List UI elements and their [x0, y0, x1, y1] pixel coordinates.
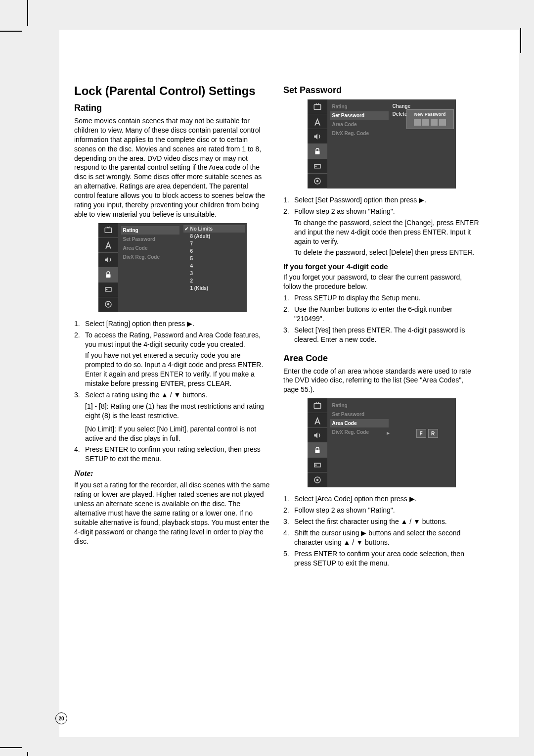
osd-menu-rating: Rating — [330, 102, 389, 111]
page-title: Lock (Parental Control) Settings — [74, 84, 270, 98]
svg-rect-13 — [315, 450, 319, 453]
rating-step-1: Select [Rating] option then press ▶. — [85, 320, 194, 328]
note-heading: Note: — [74, 469, 270, 478]
osd-value-nolimits: No Limits — [183, 225, 245, 233]
osd-tab-audio-icon — [308, 428, 327, 443]
setpw-step-2c: To delete the password, select [Delete] … — [283, 248, 480, 257]
right-column: Set Password Rating Set Password Area Co… — [283, 84, 480, 569]
rating-step-3: Select a rating using the ▲ / ▼ buttons. — [85, 391, 207, 399]
osd-menu-rating: Rating — [330, 401, 389, 410]
osd-areacode-screenshot: Rating Set Password Area Code DivX Reg. … — [308, 398, 456, 487]
svg-point-17 — [316, 479, 318, 480]
osd-menu-rating: Rating — [121, 226, 179, 235]
osd-tab-rec-icon — [98, 283, 118, 297]
forgot-step-1: Press SETUP to display the Setup menu. — [294, 294, 421, 302]
forgot-step-2: Use the Number buttons to enter the 6-di… — [294, 305, 452, 323]
osd-tab-disc-icon — [308, 472, 327, 487]
areacode-intro: Enter the code of an area whose standard… — [283, 367, 480, 395]
rating-step-3c: [No Limit]: If you select [No Limit], pa… — [74, 425, 270, 443]
rating-step-2: To access the Rating, Password and Area … — [85, 331, 261, 348]
osd-tab-rec-icon — [308, 458, 327, 472]
area-step-2: Follow step 2 as shown "Rating". — [294, 506, 395, 514]
osd-value-7: 7 — [183, 240, 245, 247]
rating-step-2b: If you have not yet entered a security c… — [74, 351, 270, 388]
osd-value-5: 5 — [183, 255, 245, 262]
osd-tab-rec-icon — [308, 159, 327, 174]
forgot-step-3: Select [Yes] then press ENTER. The 4-dig… — [294, 326, 465, 343]
rating-heading: Rating — [74, 103, 270, 113]
osd-menu-areacode: Area Code — [330, 419, 389, 427]
osd-value-1: 1 (Kids) — [183, 284, 245, 292]
osd-code-char-1: F — [416, 429, 426, 438]
setpassword-heading: Set Password — [283, 85, 480, 95]
setpw-step-2: Follow step 2 as shown "Rating". — [294, 207, 395, 215]
osd-tab-audio-icon — [308, 129, 327, 144]
forgot-heading: If you forget your 4-digit code — [283, 262, 480, 271]
svg-rect-12 — [314, 403, 321, 408]
left-column: Lock (Parental Control) Settings Rating … — [74, 84, 270, 569]
osd-tab-tv-icon — [308, 99, 327, 114]
setpassword-steps: 1.Select [Set Password] option then pres… — [283, 195, 480, 216]
osd-menu-setpassword: Set Password — [330, 410, 389, 419]
osd-tab-language-icon — [98, 238, 118, 253]
forgot-intro: If you forget your password, to clear th… — [283, 273, 480, 291]
manual-page: Lock (Parental Control) Settings Rating … — [59, 30, 519, 737]
setpw-step-1: Select [Set Password] option then press … — [294, 196, 426, 204]
osd-code-char-2: R — [428, 429, 438, 438]
osd-tab-audio-icon — [98, 253, 118, 268]
svg-point-9 — [315, 166, 316, 167]
osd-menu-divx: DivX Reg. Code — [330, 428, 389, 436]
osd-menu-setpassword: Set Password — [330, 111, 389, 120]
area-step-1: Select [Area Code] option then press ▶. — [294, 495, 417, 503]
rating-intro: Some movies contain scenes that may not … — [74, 116, 270, 219]
osd-tab-lock-icon — [308, 144, 327, 159]
area-step-3: Select the first character using the ▲ /… — [294, 518, 447, 525]
areacode-steps: 1.Select [Area Code] option then press ▶… — [283, 494, 480, 567]
osd-value-8: 8 (Adult) — [183, 233, 245, 240]
svg-rect-0 — [105, 228, 112, 233]
osd-tab-disc-icon — [98, 297, 118, 312]
rating-step-4: Press ENTER to confirm your rating selec… — [85, 445, 261, 463]
osd-value-6: 6 — [183, 247, 245, 255]
osd-menu-divx: DivX Reg. Code — [121, 253, 179, 261]
svg-rect-6 — [314, 104, 321, 109]
osd-menu-divx: DivX Reg. Code — [330, 129, 389, 138]
svg-point-11 — [316, 180, 318, 182]
osd-tab-language-icon — [308, 114, 327, 129]
svg-rect-7 — [315, 151, 319, 154]
svg-point-5 — [107, 304, 109, 305]
setpw-step-2b: To change the password, select the [Chan… — [283, 218, 480, 246]
osd-tab-lock-icon — [308, 443, 327, 458]
areacode-heading: Area Code — [283, 353, 480, 364]
osd-newpassword-label: New Password — [409, 112, 451, 117]
osd-value-2: 2 — [183, 277, 245, 284]
osd-menu-setpassword: Set Password — [121, 235, 179, 243]
forgot-steps: 1.Press SETUP to display the Setup menu.… — [283, 293, 480, 344]
svg-rect-1 — [106, 275, 110, 278]
svg-point-3 — [106, 289, 107, 290]
area-step-5: Press ENTER to confirm your area code se… — [294, 550, 464, 567]
osd-rating-screenshot: Rating Set Password Area Code DivX Reg. … — [98, 223, 247, 312]
osd-tab-disc-icon — [308, 174, 327, 189]
osd-setpassword-screenshot: Rating Set Password Area Code DivX Reg. … — [308, 99, 456, 189]
rating-steps: 1.Select [Rating] option then press ▶. 2… — [74, 319, 270, 349]
osd-tab-tv-icon — [308, 398, 327, 413]
osd-value-4: 4 — [183, 262, 245, 270]
osd-arrow-icon: ▶ — [387, 431, 390, 435]
osd-value-3: 3 — [183, 270, 245, 277]
osd-tab-language-icon — [308, 413, 327, 428]
osd-tab-lock-icon — [98, 268, 118, 283]
svg-point-15 — [315, 465, 316, 466]
page-number: 20 — [55, 712, 67, 724]
osd-newpassword-popup: New Password — [406, 109, 454, 129]
rating-step-3b: [1] - [8]: Rating one (1) has the most r… — [74, 402, 270, 421]
osd-menu-areacode: Area Code — [121, 244, 179, 252]
area-step-4: Shift the cursor using ▶ buttons and sel… — [294, 529, 460, 546]
note-body: If you set a rating for the recorder, al… — [74, 480, 270, 546]
osd-menu-areacode: Area Code — [330, 120, 389, 129]
osd-tab-tv-icon — [98, 223, 118, 238]
